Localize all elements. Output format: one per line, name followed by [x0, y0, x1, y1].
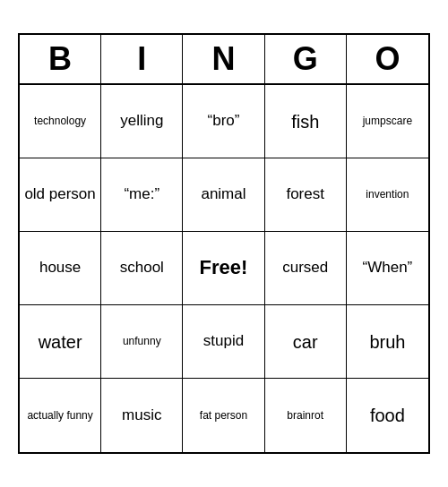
bingo-cell: jumpscare — [347, 85, 428, 158]
bingo-cell: unfunny — [101, 305, 183, 379]
bingo-cell: fish — [265, 85, 347, 158]
header-letter: O — [347, 35, 428, 83]
bingo-cell: stupid — [183, 305, 264, 379]
bingo-cell: house — [20, 232, 101, 305]
bingo-cell: forest — [265, 158, 347, 232]
bingo-cell: actually funny — [20, 379, 101, 452]
bingo-cell: technology — [20, 85, 101, 158]
bingo-grid: technologyyelling“bro”fishjumpscareold p… — [20, 85, 428, 452]
bingo-cell: school — [101, 232, 183, 305]
bingo-cell: yelling — [101, 85, 183, 158]
header-letter: N — [183, 35, 264, 83]
bingo-cell: bruh — [347, 305, 428, 379]
bingo-cell: cursed — [265, 232, 347, 305]
bingo-cell: invention — [347, 158, 428, 232]
header-letter: B — [20, 35, 101, 83]
bingo-cell: food — [347, 379, 428, 452]
bingo-header: BINGO — [20, 35, 428, 85]
bingo-cell: animal — [183, 158, 264, 232]
header-letter: I — [101, 35, 183, 83]
bingo-cell: water — [20, 305, 101, 379]
bingo-cell: brainrot — [265, 379, 347, 452]
bingo-cell: old person — [20, 158, 101, 232]
bingo-cell: “me:” — [101, 158, 183, 232]
bingo-card: BINGO technologyyelling“bro”fishjumpscar… — [18, 33, 430, 454]
bingo-cell: car — [265, 305, 347, 379]
bingo-cell: “bro” — [183, 85, 264, 158]
bingo-cell: Free! — [183, 232, 264, 305]
header-letter: G — [265, 35, 347, 83]
bingo-cell: music — [101, 379, 183, 452]
bingo-cell: fat person — [183, 379, 264, 452]
bingo-cell: “When” — [347, 232, 428, 305]
